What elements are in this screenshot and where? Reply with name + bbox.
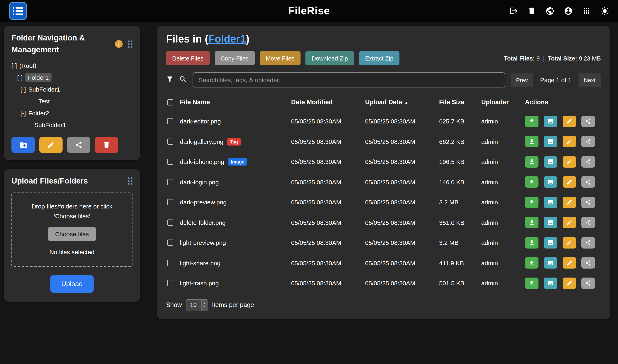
logout-icon[interactable] [509, 7, 518, 15]
share-button[interactable] [581, 257, 595, 269]
column-uploader[interactable]: Uploader [481, 99, 525, 106]
row-checkbox[interactable] [167, 199, 173, 205]
tree-label[interactable]: Folder2 [28, 110, 49, 117]
search-input[interactable] [193, 72, 505, 88]
preview-button[interactable] [544, 257, 557, 269]
delete-files-button[interactable]: Delete Files [166, 51, 210, 65]
download-button[interactable] [525, 257, 539, 269]
choose-files-button[interactable]: Choose files [48, 227, 96, 241]
row-checkbox[interactable] [167, 179, 173, 185]
next-page-button[interactable]: Next [578, 73, 601, 87]
column-file-name[interactable]: File Name [180, 99, 291, 106]
dropzone[interactable]: Drop files/folders here or click 'Choose… [12, 192, 132, 267]
file-name[interactable]: dark-preview.png [180, 199, 226, 206]
preview-button[interactable] [544, 136, 557, 147]
filter-icon[interactable] [166, 75, 174, 85]
drag-handle-icon[interactable] [128, 178, 132, 185]
edit-button[interactable] [563, 136, 576, 147]
download-button[interactable] [525, 136, 539, 147]
edit-button[interactable] [563, 176, 576, 188]
user-icon[interactable] [564, 6, 573, 15]
tree-item[interactable]: Test [12, 95, 132, 107]
preview-button[interactable] [544, 197, 557, 208]
preview-button[interactable] [544, 217, 557, 228]
tree-item[interactable]: [-]SubFolder1 [12, 83, 132, 95]
tree-label[interactable]: Test [39, 98, 50, 105]
tree-toggle[interactable]: [-] [20, 110, 26, 117]
edit-button[interactable] [563, 156, 576, 168]
sun-icon[interactable] [600, 6, 609, 15]
column-upload-date[interactable]: Upload Date▲ [365, 99, 439, 106]
edit-button[interactable] [563, 116, 576, 127]
delete-folder-button[interactable] [95, 137, 118, 153]
row-checkbox[interactable] [167, 240, 173, 246]
file-name[interactable]: dark-iphone.png [180, 158, 224, 165]
share-button[interactable] [581, 136, 595, 147]
select-all-checkbox[interactable] [167, 99, 173, 105]
share-button[interactable] [581, 278, 595, 289]
stepper-arrows-icon[interactable]: ▲▼ [201, 299, 208, 311]
items-per-page-stepper[interactable]: 10 ▲▼ [186, 299, 208, 311]
move-files-button[interactable]: Move Files [260, 51, 301, 65]
prev-page-button[interactable]: Prev [511, 73, 533, 87]
share-button[interactable] [581, 237, 595, 248]
trash-icon[interactable] [527, 7, 536, 15]
edit-button[interactable] [563, 197, 576, 208]
download-zip-button[interactable]: Download Zip [305, 51, 354, 65]
column-date-modified[interactable]: Date Modified [291, 99, 365, 106]
row-checkbox[interactable] [167, 260, 173, 266]
column-file-size[interactable]: File Size [439, 99, 481, 106]
download-button[interactable] [525, 278, 539, 289]
edit-button[interactable] [563, 257, 576, 269]
edit-button[interactable] [563, 217, 576, 228]
file-name[interactable]: dark-login.png [180, 179, 219, 186]
tree-item[interactable]: [-]Folder1 [12, 72, 132, 83]
app-logo[interactable] [9, 2, 27, 20]
tree-item[interactable]: [-](Root) [12, 60, 132, 72]
file-name[interactable]: dark-editor.png [180, 118, 221, 125]
download-button[interactable] [525, 217, 539, 228]
preview-button[interactable] [544, 156, 557, 168]
file-name[interactable]: light-trash.png [180, 280, 219, 287]
file-name[interactable]: delete-folder.png [180, 219, 226, 226]
extract-zip-button[interactable]: Extract Zip [359, 51, 400, 65]
globe-icon[interactable] [545, 6, 554, 15]
upload-button[interactable]: Upload [50, 275, 94, 292]
current-folder-link[interactable]: Folder1 [208, 33, 246, 45]
row-checkbox[interactable] [167, 118, 173, 124]
file-name[interactable]: light-share.png [180, 260, 220, 267]
tree-toggle[interactable]: [-] [20, 86, 26, 93]
apps-grid-icon[interactable] [582, 7, 591, 15]
row-checkbox[interactable] [167, 159, 173, 165]
search-icon[interactable] [179, 75, 187, 85]
drag-handle-icon[interactable] [128, 40, 132, 48]
edit-button[interactable] [563, 278, 576, 289]
download-button[interactable] [525, 156, 539, 168]
file-name[interactable]: dark-gallery.png [180, 138, 224, 145]
share-folder-button[interactable] [67, 137, 90, 153]
download-button[interactable] [525, 176, 539, 188]
tree-label[interactable]: (Root) [19, 62, 36, 69]
preview-button[interactable] [544, 116, 557, 127]
copy-files-button[interactable]: Copy Files [214, 51, 255, 65]
tree-item[interactable]: SubFolder1 [12, 119, 132, 131]
download-button[interactable] [525, 116, 539, 127]
share-button[interactable] [581, 217, 595, 228]
rename-folder-button[interactable] [39, 137, 63, 153]
share-button[interactable] [581, 116, 595, 127]
share-button[interactable] [581, 156, 595, 168]
row-checkbox[interactable] [167, 220, 173, 226]
share-button[interactable] [581, 197, 595, 208]
tree-toggle[interactable]: [-] [12, 62, 17, 69]
preview-button[interactable] [544, 176, 557, 188]
file-name[interactable]: light-preview.png [180, 239, 226, 246]
download-button[interactable] [525, 197, 539, 208]
tree-label[interactable]: Folder1 [25, 73, 52, 82]
create-folder-button[interactable] [12, 137, 35, 153]
share-button[interactable] [581, 176, 595, 188]
row-checkbox[interactable] [167, 139, 173, 145]
download-button[interactable] [525, 237, 539, 248]
tree-item[interactable]: [-]Folder2 [12, 107, 132, 119]
preview-button[interactable] [544, 237, 557, 248]
edit-button[interactable] [563, 237, 576, 248]
